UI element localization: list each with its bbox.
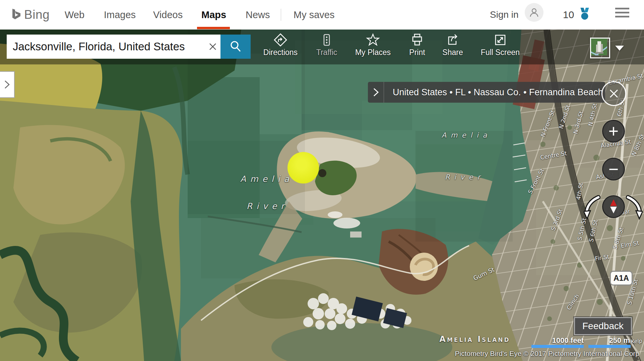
nav-news[interactable]: News — [246, 0, 270, 30]
search-button[interactable] — [220, 35, 251, 59]
street-label: Kelp — [631, 338, 643, 345]
scale-meters-label: 250 m — [609, 336, 630, 345]
directions-icon — [273, 33, 288, 47]
person-icon — [528, 7, 540, 18]
sign-in-link[interactable]: Sign in — [490, 0, 519, 30]
scale-feet-label: 1000 feet — [552, 336, 584, 345]
map-toolbar: Directions Traffic My Places Print Share… — [0, 30, 644, 64]
full-screen-icon — [493, 33, 508, 47]
rewards-counter[interactable]: 10 — [563, 0, 591, 30]
hamburger-menu-icon[interactable] — [615, 8, 629, 20]
rewards-medal-icon — [579, 8, 591, 22]
map-type-selector[interactable] — [590, 38, 610, 58]
bing-maps-app: { "topnav": { "logo": "Bing", "items": [… — [0, 0, 644, 361]
side-panel-expander[interactable] — [0, 71, 15, 98]
compass-needle-icon — [606, 199, 621, 215]
feedback-button[interactable]: Feedback — [574, 317, 632, 335]
breadcrumb: United States • FL • Nassau Co. • Fernan… — [368, 82, 605, 103]
active-tab-underline — [197, 27, 230, 29]
search-result-marker[interactable] — [287, 152, 319, 184]
bing-logo-icon[interactable] — [9, 7, 23, 22]
nav-my-saves[interactable]: My saves — [294, 0, 334, 30]
search-input[interactable] — [7, 35, 205, 59]
bing-wordmark[interactable]: Bing — [24, 0, 50, 30]
share-button[interactable]: Share — [428, 33, 478, 62]
search-icon — [228, 39, 243, 54]
full-screen-button[interactable]: Full Screen — [475, 33, 525, 62]
share-icon — [445, 33, 460, 47]
scale-meters-bar — [588, 345, 631, 348]
map-label-amelia-river: R i v e r — [445, 173, 481, 181]
map-attribution: Pictometry Bird's Eye © 2017 Pictometry … — [455, 350, 639, 358]
map-label-amelia-river: R i v e r — [247, 201, 285, 211]
nav-divider — [281, 9, 281, 21]
rewards-count: 10 — [563, 9, 574, 20]
map-type-dropdown-icon[interactable] — [615, 46, 624, 51]
zoom-in-button[interactable]: + — [602, 120, 625, 143]
top-navigation-bar: Bing Web Images Videos Maps News My save… — [0, 0, 644, 30]
traffic-label: Traffic — [316, 48, 337, 57]
star-icon — [366, 33, 380, 47]
scale-feet-bar — [531, 345, 584, 348]
clear-search-icon[interactable] — [205, 39, 220, 54]
rotate-left-button[interactable] — [584, 195, 600, 221]
map-label-amelia-island: Amelia Island — [439, 334, 510, 344]
print-label: Print — [409, 48, 425, 57]
breadcrumb-text[interactable]: United States • FL • Nassau Co. • Fernan… — [384, 87, 603, 98]
directions-button[interactable]: Directions — [255, 33, 306, 62]
route-shield-a1a: A1A — [610, 271, 633, 286]
nav-images[interactable]: Images — [104, 0, 136, 30]
traffic-icon — [319, 33, 334, 47]
traffic-button[interactable]: Traffic — [302, 33, 352, 62]
directions-label: Directions — [263, 48, 298, 57]
breadcrumb-expand-chevron-icon[interactable] — [368, 82, 384, 103]
search-box — [7, 35, 220, 59]
full-screen-label: Full Screen — [481, 48, 520, 57]
my-places-button[interactable]: My Places — [348, 33, 398, 62]
rotate-right-button[interactable] — [626, 195, 643, 221]
map-label-amelia-river: A m e l i a — [442, 131, 488, 139]
map-label-amelia-river: A m e l i a — [240, 174, 290, 184]
compass-reset-button[interactable] — [602, 195, 625, 218]
nav-web[interactable]: Web — [65, 0, 84, 30]
print-icon — [410, 33, 425, 47]
breadcrumb-close-button[interactable] — [601, 81, 626, 106]
my-places-label: My Places — [355, 48, 391, 57]
share-label: Share — [442, 48, 463, 57]
profile-avatar[interactable] — [525, 3, 543, 22]
nav-maps[interactable]: Maps — [201, 0, 226, 30]
nav-videos[interactable]: Videos — [153, 0, 183, 30]
zoom-out-button[interactable]: − — [602, 158, 625, 180]
